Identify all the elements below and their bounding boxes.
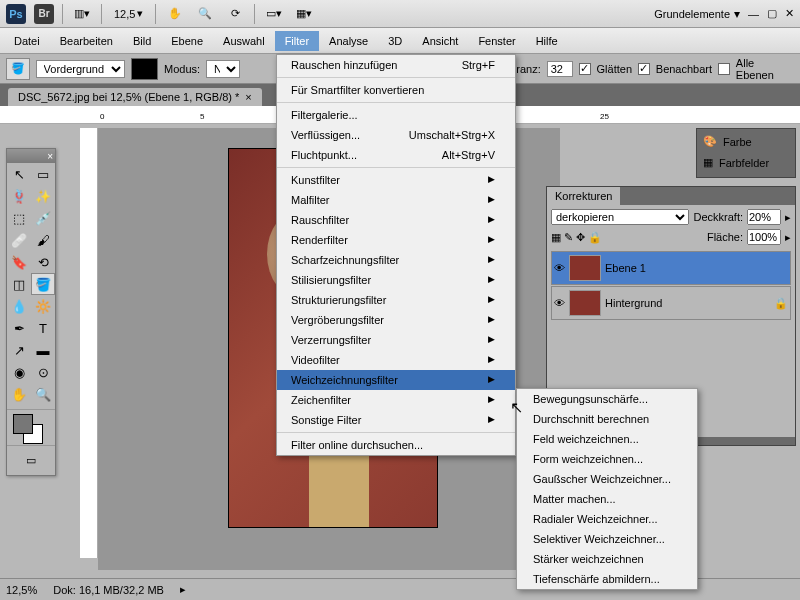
fill-source-select[interactable]: Vordergrund bbox=[36, 60, 125, 78]
opacity-arrow-icon[interactable]: ▸ bbox=[785, 211, 791, 224]
history-brush-tool[interactable]: ⟲ bbox=[31, 251, 55, 273]
pen-tool[interactable]: ✒ bbox=[7, 317, 31, 339]
3d-camera-tool[interactable]: ⊙ bbox=[31, 361, 55, 383]
shape-tool[interactable]: ▬ bbox=[31, 339, 55, 361]
toolbox-header[interactable]: × bbox=[7, 149, 55, 163]
filter-cat[interactable]: Stilisierungsfilter▶ bbox=[277, 270, 515, 290]
color-swatch[interactable] bbox=[131, 58, 158, 80]
fill-arrow-icon[interactable]: ▸ bbox=[785, 231, 791, 244]
sub-shape-blur[interactable]: Form weichzeichnen... bbox=[517, 449, 697, 469]
menu-ebene[interactable]: Ebene bbox=[161, 31, 213, 51]
minimize-icon[interactable]: — bbox=[748, 8, 759, 20]
filter-vanish[interactable]: Fluchtpunkt...Alt+Strg+V bbox=[277, 145, 515, 165]
fill-input[interactable] bbox=[747, 229, 781, 245]
sub-box-blur[interactable]: Feld weichzeichnen... bbox=[517, 429, 697, 449]
filter-browse[interactable]: Filter online durchsuchen... bbox=[277, 435, 515, 455]
visibility-icon[interactable]: 👁 bbox=[554, 262, 565, 274]
document-tab[interactable]: DSC_5672.jpg bei 12,5% (Ebene 1, RGB/8) … bbox=[8, 88, 262, 106]
status-arrow-icon[interactable]: ▸ bbox=[180, 583, 186, 596]
filter-last[interactable]: Rauschen hinzufügenStrg+F bbox=[277, 55, 515, 75]
screen-mode-icon[interactable]: ▭▾ bbox=[263, 3, 285, 25]
filter-cat[interactable]: Kunstfilter▶ bbox=[277, 170, 515, 190]
tolerance-input[interactable] bbox=[547, 61, 573, 77]
menu-ansicht[interactable]: Ansicht bbox=[412, 31, 468, 51]
marquee-tool[interactable]: ▭ bbox=[31, 163, 55, 185]
bridge-icon[interactable]: Br bbox=[34, 4, 54, 24]
blend-mode-select[interactable]: derkopieren bbox=[551, 209, 689, 225]
zoom-level[interactable]: 12,5% bbox=[6, 584, 37, 596]
opacity-input[interactable] bbox=[747, 209, 781, 225]
filter-liquify[interactable]: Verflüssigen...Umschalt+Strg+X bbox=[277, 125, 515, 145]
move-tool[interactable]: ↖ bbox=[7, 163, 31, 185]
wand-tool[interactable]: ✨ bbox=[31, 185, 55, 207]
filter-smart[interactable]: Für Smartfilter konvertieren bbox=[277, 80, 515, 100]
3d-tool[interactable]: ◉ bbox=[7, 361, 31, 383]
visibility-icon[interactable]: 👁 bbox=[554, 297, 565, 309]
brush-tool[interactable]: 🖌 bbox=[31, 229, 55, 251]
sub-smart[interactable]: Selektiver Weichzeichner... bbox=[517, 529, 697, 549]
layer-row-bg[interactable]: 👁 Hintergrund 🔒 bbox=[551, 286, 791, 320]
filter-cat[interactable]: Verzerrungsfilter▶ bbox=[277, 330, 515, 350]
menu-bearbeiten[interactable]: Bearbeiten bbox=[50, 31, 123, 51]
blur-tool[interactable]: 💧 bbox=[7, 295, 31, 317]
arrange-icon[interactable]: ▦▾ bbox=[293, 3, 315, 25]
eyedropper-tool[interactable]: 💉 bbox=[31, 207, 55, 229]
menu-datei[interactable]: Datei bbox=[4, 31, 50, 51]
sub-more[interactable]: Stärker weichzeichnen bbox=[517, 549, 697, 569]
color-picker[interactable] bbox=[7, 409, 55, 445]
sub-motion-blur[interactable]: Bewegungsunschärfe... bbox=[517, 389, 697, 409]
menu-3d[interactable]: 3D bbox=[378, 31, 412, 51]
crop-tool[interactable]: ⬚ bbox=[7, 207, 31, 229]
menu-filter[interactable]: Filter bbox=[275, 31, 319, 51]
maximize-icon[interactable]: ▢ bbox=[767, 7, 777, 20]
layer-row-1[interactable]: 👁 Ebene 1 bbox=[551, 251, 791, 285]
zoom-icon[interactable]: 🔍 bbox=[194, 3, 216, 25]
sub-radial[interactable]: Radialer Weichzeichner... bbox=[517, 509, 697, 529]
filter-cat[interactable]: Strukturierungsfilter▶ bbox=[277, 290, 515, 310]
filter-weichzeichnung[interactable]: Weichzeichnungsfilter▶ bbox=[277, 370, 515, 390]
color-panel[interactable]: 🎨Farbe ▦Farbfelder bbox=[696, 128, 796, 178]
all-layers-checkbox[interactable] bbox=[718, 63, 730, 75]
filter-cat[interactable]: Vergröberungsfilter▶ bbox=[277, 310, 515, 330]
filter-cat[interactable]: Renderfilter▶ bbox=[277, 230, 515, 250]
zoom-tool[interactable]: 🔍 bbox=[31, 383, 55, 405]
bucket-tool[interactable]: 🪣 bbox=[31, 273, 55, 295]
type-tool[interactable]: T bbox=[31, 317, 55, 339]
filter-cat[interactable]: Malfilter▶ bbox=[277, 190, 515, 210]
eraser-tool[interactable]: ◫ bbox=[7, 273, 31, 295]
sub-matter[interactable]: Matter machen... bbox=[517, 489, 697, 509]
heal-tool[interactable]: 🩹 bbox=[7, 229, 31, 251]
filter-cat[interactable]: Rauschfilter▶ bbox=[277, 210, 515, 230]
lasso-tool[interactable]: 🪢 bbox=[7, 185, 31, 207]
mode-select[interactable]: No bbox=[206, 60, 240, 78]
filter-cat[interactable]: Scharfzeichnungsfilter▶ bbox=[277, 250, 515, 270]
menu-fenster[interactable]: Fenster bbox=[468, 31, 525, 51]
sub-average[interactable]: Durchschnitt berechnen bbox=[517, 409, 697, 429]
zoom-dropdown[interactable]: 12,5 ▾ bbox=[110, 5, 147, 22]
menu-hilfe[interactable]: Hilfe bbox=[526, 31, 568, 51]
filter-cat[interactable]: Sonstige Filter▶ bbox=[277, 410, 515, 430]
dodge-tool[interactable]: 🔆 bbox=[31, 295, 55, 317]
layout-icon[interactable]: ▥▾ bbox=[71, 3, 93, 25]
filter-cat[interactable]: Zeichenfilter▶ bbox=[277, 390, 515, 410]
filter-cat[interactable]: Videofilter▶ bbox=[277, 350, 515, 370]
antialias-checkbox[interactable] bbox=[579, 63, 591, 75]
filter-gallery[interactable]: Filtergalerie... bbox=[277, 105, 515, 125]
menu-analyse[interactable]: Analyse bbox=[319, 31, 378, 51]
workspace-dropdown[interactable]: Grundelemente ▾ bbox=[654, 7, 740, 21]
menu-bild[interactable]: Bild bbox=[123, 31, 161, 51]
close-icon[interactable]: ✕ bbox=[785, 7, 794, 20]
quickmask-icon[interactable]: ▭ bbox=[7, 445, 55, 475]
contiguous-checkbox[interactable] bbox=[638, 63, 650, 75]
sub-gaussian[interactable]: Gaußscher Weichzeichner... bbox=[517, 469, 697, 489]
rotate-icon[interactable]: ⟳ bbox=[224, 3, 246, 25]
path-tool[interactable]: ↗ bbox=[7, 339, 31, 361]
menu-auswahl[interactable]: Auswahl bbox=[213, 31, 275, 51]
sub-lens[interactable]: Tiefenschärfe abmildern... bbox=[517, 569, 697, 589]
hand-tool[interactable]: ✋ bbox=[7, 383, 31, 405]
stamp-tool[interactable]: 🔖 bbox=[7, 251, 31, 273]
close-tab-icon[interactable]: × bbox=[245, 91, 251, 103]
korrekturen-tab[interactable]: Korrekturen bbox=[547, 187, 620, 205]
hand-icon[interactable]: ✋ bbox=[164, 3, 186, 25]
lock-icons[interactable]: ▦ ✎ ✥ 🔒 bbox=[551, 231, 602, 244]
